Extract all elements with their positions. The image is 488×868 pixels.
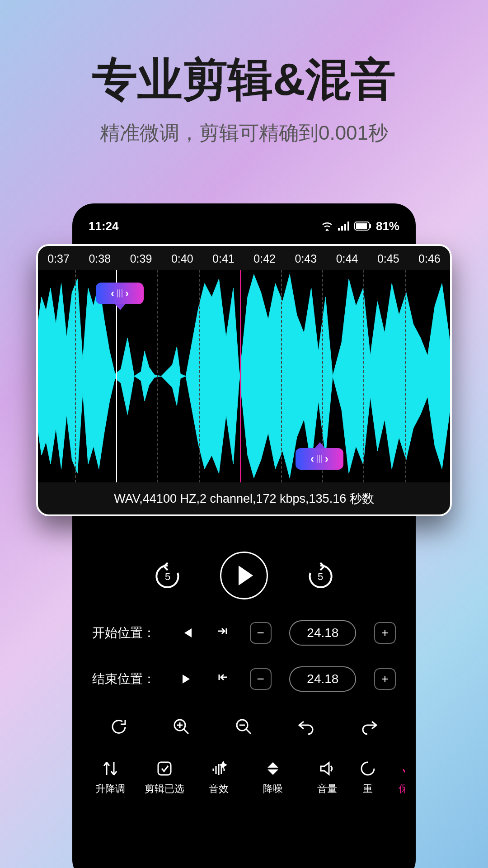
tool-fx[interactable]: 音效 bbox=[192, 759, 246, 796]
hero-title: 专业剪辑&混音 bbox=[0, 50, 488, 111]
svg-rect-9 bbox=[158, 762, 171, 775]
svg-rect-1 bbox=[341, 226, 343, 231]
skip-forward-label: 5 bbox=[318, 571, 323, 583]
denoise-icon bbox=[264, 759, 282, 778]
battery-icon bbox=[354, 222, 371, 231]
tool-fx-label: 音效 bbox=[209, 782, 229, 796]
battery-percent: 81% bbox=[376, 219, 399, 233]
chevron-left-icon: ‹ bbox=[111, 287, 114, 300]
save-icon bbox=[399, 759, 405, 778]
file-info: WAV,44100 HZ,2 channel,172 kbps,135.16 秒… bbox=[38, 482, 450, 515]
zoom-out-button[interactable] bbox=[232, 715, 256, 739]
signal-icon bbox=[338, 222, 350, 231]
seek-start-button[interactable] bbox=[178, 624, 196, 642]
trim-icon bbox=[155, 759, 174, 778]
hero-subtitle: 精准微调，剪辑可精确到0.001秒 bbox=[0, 120, 488, 146]
ruler-tick: 0:37 bbox=[38, 252, 79, 265]
fx-icon bbox=[210, 759, 228, 778]
start-position-value[interactable]: 24.18 bbox=[289, 620, 356, 646]
end-position-label: 结束位置： bbox=[92, 670, 160, 688]
ruler-tick: 0:39 bbox=[120, 252, 161, 265]
ruler-tick: 0:46 bbox=[409, 252, 450, 265]
bottom-toolbar: 升降调 剪辑已选 音效 降噪 音量 重 保存 bbox=[83, 759, 405, 796]
tool-volume-label: 音量 bbox=[317, 782, 337, 796]
ruler-tick: 0:42 bbox=[244, 252, 285, 265]
skip-back-button[interactable]: 5 bbox=[151, 559, 184, 592]
transport-controls: 5 5 bbox=[83, 552, 405, 599]
volume-icon bbox=[318, 759, 336, 778]
status-time: 11:24 bbox=[89, 219, 119, 233]
tool-denoise[interactable]: 降噪 bbox=[246, 759, 300, 796]
tool-pitch[interactable]: 升降调 bbox=[83, 759, 137, 796]
tool-save[interactable]: 保存 bbox=[381, 759, 405, 796]
ruler-tick: 0:41 bbox=[203, 252, 244, 265]
ruler-tick: 0:38 bbox=[79, 252, 120, 265]
start-position-label: 开始位置： bbox=[92, 624, 160, 642]
redo-button[interactable] bbox=[357, 715, 381, 739]
chevron-left-icon: ‹ bbox=[310, 453, 314, 465]
end-decrement-button[interactable]: − bbox=[250, 668, 272, 690]
svg-rect-5 bbox=[356, 223, 367, 229]
tool-reset-label: 重 bbox=[363, 782, 373, 796]
skip-back-label: 5 bbox=[165, 571, 170, 583]
status-bar: 11:24 81% bbox=[83, 212, 405, 240]
handle-grip-icon bbox=[317, 455, 322, 463]
pitch-icon bbox=[101, 759, 119, 778]
chevron-right-icon: › bbox=[325, 453, 328, 465]
tool-pitch-label: 升降调 bbox=[95, 782, 125, 796]
play-button[interactable] bbox=[220, 552, 268, 599]
svg-rect-6 bbox=[370, 224, 371, 228]
playhead[interactable] bbox=[240, 270, 241, 482]
skip-forward-button[interactable]: 5 bbox=[304, 559, 337, 592]
waveform-area[interactable]: ‹ › ‹ › bbox=[38, 270, 450, 482]
tool-denoise-label: 降噪 bbox=[263, 782, 283, 796]
wifi-icon bbox=[321, 221, 333, 231]
tool-reset[interactable]: 重 bbox=[354, 759, 381, 796]
tool-trim[interactable]: 剪辑已选 bbox=[137, 759, 192, 796]
ruler-tick: 0:40 bbox=[162, 252, 203, 265]
start-increment-button[interactable]: + bbox=[374, 622, 396, 644]
start-decrement-button[interactable]: − bbox=[250, 622, 272, 644]
zoom-in-button[interactable] bbox=[170, 715, 193, 739]
seek-to-end-button[interactable] bbox=[214, 670, 232, 688]
chevron-right-icon: › bbox=[125, 287, 129, 300]
tool-save-label: 保存 bbox=[399, 782, 405, 796]
reset-icon bbox=[359, 759, 377, 778]
time-ruler: 0:37 0:38 0:39 0:40 0:41 0:42 0:43 0:44 … bbox=[38, 246, 450, 270]
svg-rect-2 bbox=[344, 224, 346, 231]
end-position-value[interactable]: 24.18 bbox=[289, 666, 356, 692]
ruler-tick: 0:44 bbox=[326, 252, 367, 265]
ruler-tick: 0:45 bbox=[368, 252, 409, 265]
refresh-button[interactable] bbox=[107, 715, 131, 739]
undo-button[interactable] bbox=[295, 715, 318, 739]
tool-volume[interactable]: 音量 bbox=[300, 759, 354, 796]
seek-to-start-button[interactable] bbox=[214, 624, 232, 642]
selection-start-handle[interactable]: ‹ › bbox=[96, 283, 144, 304]
seek-end-button[interactable] bbox=[178, 670, 196, 688]
selection-end-handle[interactable]: ‹ › bbox=[296, 448, 343, 470]
waveform-panel: 0:37 0:38 0:39 0:40 0:41 0:42 0:43 0:44 … bbox=[36, 244, 452, 516]
ruler-tick: 0:43 bbox=[285, 252, 326, 265]
play-icon bbox=[239, 566, 253, 585]
svg-rect-0 bbox=[338, 228, 340, 231]
start-position-row: 开始位置： − 24.18 + bbox=[83, 620, 405, 646]
tool-trim-label: 剪辑已选 bbox=[145, 782, 184, 796]
end-increment-button[interactable]: + bbox=[374, 668, 396, 690]
svg-rect-3 bbox=[347, 222, 349, 231]
handle-grip-icon bbox=[117, 289, 122, 297]
end-position-row: 结束位置： − 24.18 + bbox=[83, 666, 405, 692]
zoom-row bbox=[83, 715, 405, 739]
